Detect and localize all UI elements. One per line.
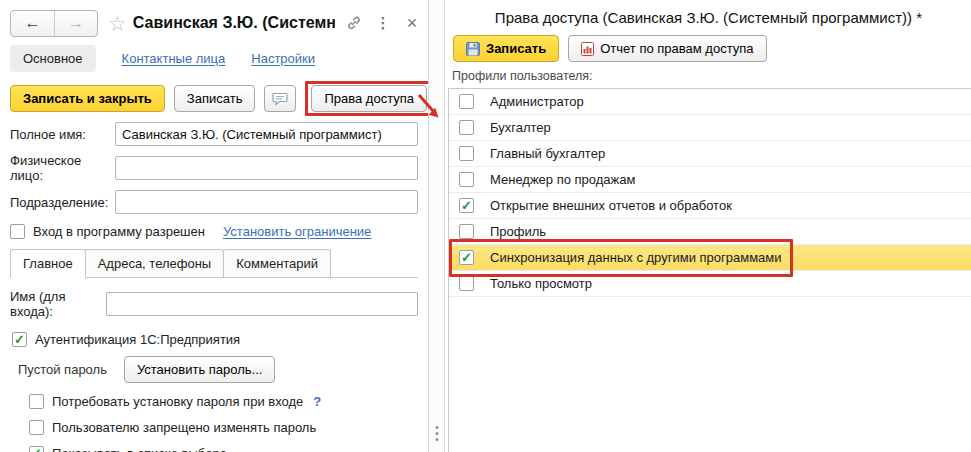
profile-checkbox[interactable]: ✓ <box>459 198 474 213</box>
rights-save-button[interactable]: Записать <box>453 35 559 62</box>
profile-checkbox[interactable]: ✓ <box>459 250 474 265</box>
profile-row[interactable]: Только просмотр <box>449 271 971 297</box>
profile-label: Бухгалтер <box>490 120 551 135</box>
auth-1c-checkbox[interactable]: ✓ <box>12 332 27 347</box>
save-and-close-button[interactable]: Записать и закрыть <box>10 85 165 112</box>
profile-checkbox[interactable] <box>459 172 474 187</box>
comment-button[interactable] <box>264 85 296 112</box>
profile-row[interactable]: Бухгалтер <box>449 115 971 141</box>
tab-settings[interactable]: Настройки <box>251 51 315 66</box>
profile-checkbox[interactable] <box>459 224 474 239</box>
profile-row[interactable]: ✓Синхронизация данных с другими программ… <box>449 245 971 271</box>
forbid-change-password-label: Пользователю запрещено изменять пароль <box>52 420 316 435</box>
history-nav-group: ← → <box>10 10 98 37</box>
require-password-row: Потребовать установку пароля при входе ? <box>29 394 418 409</box>
access-rights-panel: Права доступа (Савинская З.Ю. (Системный… <box>446 0 971 452</box>
access-rights-toolbar: Записать Отчет по правам доступа <box>453 35 971 62</box>
profile-row[interactable]: Администратор <box>449 89 971 115</box>
show-in-list-label: Показывать в списке выбора <box>52 446 227 452</box>
profiles-caption: Профили пользователя: <box>452 69 971 83</box>
department-label: Подразделение: <box>10 195 115 210</box>
profile-checkbox[interactable] <box>459 94 474 109</box>
profile-checkbox[interactable] <box>459 276 474 291</box>
profile-row[interactable]: Профиль <box>449 219 971 245</box>
forward-button[interactable]: → <box>54 11 97 36</box>
profile-label: Менеджер по продажам <box>490 172 635 187</box>
profile-row[interactable]: Менеджер по продажам <box>449 167 971 193</box>
access-rights-button[interactable]: Права доступа <box>311 85 427 112</box>
user-card-panel: ← → ☆ Савинская З.Ю. (Системны... ⋮ × Ос… <box>0 0 428 452</box>
set-restriction-link[interactable]: Установить ограничение <box>223 224 371 239</box>
profile-label: Главный бухгалтер <box>490 146 605 161</box>
vertical-scrollbar[interactable] <box>428 0 445 452</box>
back-button[interactable]: ← <box>11 11 54 36</box>
save-floppy-icon <box>466 42 480 56</box>
tab-contact-persons[interactable]: Контактные лица <box>122 51 226 66</box>
scrollbar-grip-dots[interactable] <box>435 426 438 441</box>
profiles-list: АдминистраторБухгалтерГлавный бухгалтерМ… <box>448 88 971 452</box>
rights-report-label: Отчет по правам доступа <box>600 41 753 56</box>
require-password-label: Потребовать установку пароля при входе <box>52 394 303 409</box>
tab-main[interactable]: Основное <box>10 45 96 72</box>
profile-checkbox[interactable] <box>459 146 474 161</box>
password-status-label: Пустой пароль <box>18 362 107 377</box>
individual-label: Физическое лицо: <box>10 153 115 183</box>
back-arrow-icon: ← <box>25 14 41 32</box>
window-title: Савинская З.Ю. (Системны... <box>133 14 335 32</box>
link-icon[interactable] <box>344 13 364 33</box>
inner-tabs: Главное Адреса, телефоны Комментарий <box>10 249 418 278</box>
profile-label: Профиль <box>490 224 546 239</box>
forbid-change-password-row: Пользователю запрещено изменять пароль <box>29 420 418 435</box>
profile-label: Синхронизация данных с другими программа… <box>490 250 782 265</box>
rights-report-button[interactable]: Отчет по правам доступа <box>568 35 766 62</box>
profile-row[interactable]: ✓Открытие внешних отчетов и обработок <box>449 193 971 219</box>
forbid-change-password-checkbox[interactable] <box>29 420 44 435</box>
require-password-checkbox[interactable] <box>29 394 44 409</box>
access-rights-title: Права доступа (Савинская З.Ю. (Системный… <box>446 9 971 26</box>
profile-checkbox[interactable] <box>459 120 474 135</box>
field-row-login-name: Имя (для входа): <box>10 289 418 319</box>
field-row-full-name: Полное имя: <box>10 122 418 146</box>
profile-label: Администратор <box>490 94 584 109</box>
comment-bubble-icon <box>272 92 288 106</box>
full-name-input[interactable] <box>115 122 418 146</box>
login-name-input[interactable] <box>106 292 418 316</box>
help-icon[interactable]: ? <box>313 394 321 409</box>
more-menu-icon[interactable]: ⋮ <box>373 13 393 33</box>
inner-tab-content: Имя (для входа): ✓ Аутентификация 1С:Пре… <box>0 278 428 452</box>
app-window: ← → ☆ Савинская З.Ю. (Системны... ⋮ × Ос… <box>0 0 971 452</box>
window-header: ← → ☆ Савинская З.Ю. (Системны... ⋮ × <box>0 0 428 37</box>
field-row-department: Подразделение: <box>10 190 418 214</box>
favorite-star-icon[interactable]: ☆ <box>108 13 127 34</box>
navigation-tabs: Основное Контактные лица Настройки <box>0 37 428 74</box>
login-allowed-row: Вход в программу разрешен Установить огр… <box>10 224 418 239</box>
login-allowed-checkbox[interactable] <box>10 224 25 239</box>
save-button[interactable]: Записать <box>174 85 256 112</box>
access-rights-annotation-box: Права доступа <box>305 81 428 116</box>
show-in-list-row: ✓ Показывать в списке выбора <box>29 446 418 452</box>
rights-save-label: Записать <box>486 41 546 56</box>
close-icon[interactable]: × <box>402 13 422 33</box>
inner-tab-addresses[interactable]: Адреса, телефоны <box>85 249 225 277</box>
profile-row[interactable]: Главный бухгалтер <box>449 141 971 167</box>
login-name-label: Имя (для входа): <box>10 289 106 319</box>
show-in-list-checkbox[interactable]: ✓ <box>29 446 44 452</box>
report-icon <box>581 42 594 56</box>
command-bar: Записать и закрыть Записать Права доступ… <box>10 82 418 115</box>
password-row: Пустой пароль Установить пароль... <box>18 356 418 383</box>
full-name-label: Полное имя: <box>10 127 115 142</box>
forward-arrow-icon: → <box>68 14 84 32</box>
field-row-individual: Физическое лицо: <box>10 153 418 183</box>
auth-1c-label: Аутентификация 1С:Предприятия <box>35 332 240 347</box>
set-password-button[interactable]: Установить пароль... <box>124 356 275 383</box>
login-allowed-label: Вход в программу разрешен <box>33 224 205 239</box>
profile-label: Только просмотр <box>490 276 592 291</box>
profile-label: Открытие внешних отчетов и обработок <box>490 198 732 213</box>
department-input[interactable] <box>115 190 418 214</box>
individual-input[interactable] <box>115 156 418 180</box>
inner-tab-main[interactable]: Главное <box>10 249 86 278</box>
inner-tab-comment[interactable]: Комментарий <box>223 249 331 277</box>
auth-1c-row: ✓ Аутентификация 1С:Предприятия <box>12 332 418 347</box>
